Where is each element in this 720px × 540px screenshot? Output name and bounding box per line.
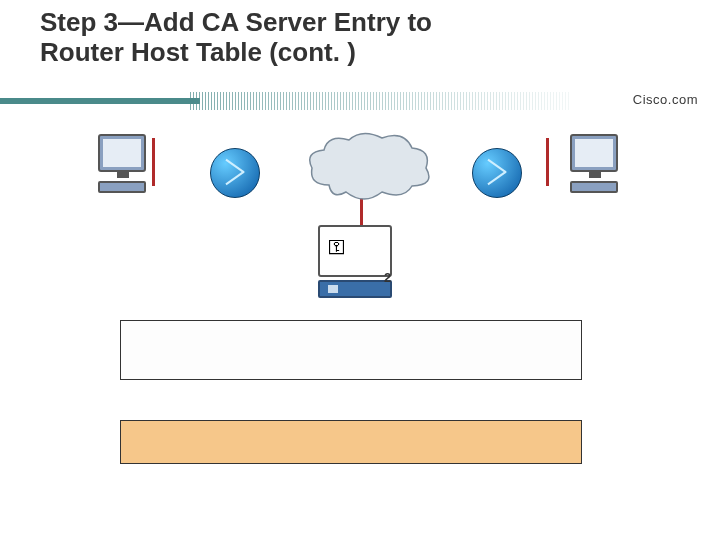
- router-right-icon: [472, 148, 522, 198]
- slide-title: Step 3—Add CA Server Entry to Router Hos…: [40, 8, 432, 68]
- base-icon: [570, 181, 618, 193]
- key-icon: ⚿: [328, 237, 346, 258]
- pc-right: [570, 134, 620, 189]
- link-right: [546, 138, 549, 186]
- code-box-1: [120, 320, 582, 380]
- stand-icon: [117, 172, 129, 178]
- divider-solid: [0, 98, 200, 104]
- network-diagram: ⚿ 2: [90, 130, 630, 300]
- cloud-icon: [304, 130, 434, 208]
- link-left: [152, 138, 155, 186]
- ca-label: 2: [384, 270, 391, 285]
- ca-server-icon: ⚿: [318, 225, 398, 297]
- stand-icon: [589, 172, 601, 178]
- monitor-icon: [98, 134, 146, 172]
- router-left-icon: [210, 148, 260, 198]
- ca-monitor: ⚿: [318, 225, 392, 277]
- brand-logo: Cisco.com: [633, 92, 698, 107]
- ca-cpu: [318, 280, 392, 298]
- divider-fade: [190, 92, 570, 110]
- base-icon: [98, 181, 146, 193]
- title-line-2: Router Host Table (cont. ): [40, 37, 356, 67]
- title-line-1: Step 3—Add CA Server Entry to: [40, 7, 432, 37]
- code-box-2: [120, 420, 582, 464]
- pc-left: [98, 134, 148, 189]
- divider-bar: [0, 86, 720, 114]
- monitor-icon: [570, 134, 618, 172]
